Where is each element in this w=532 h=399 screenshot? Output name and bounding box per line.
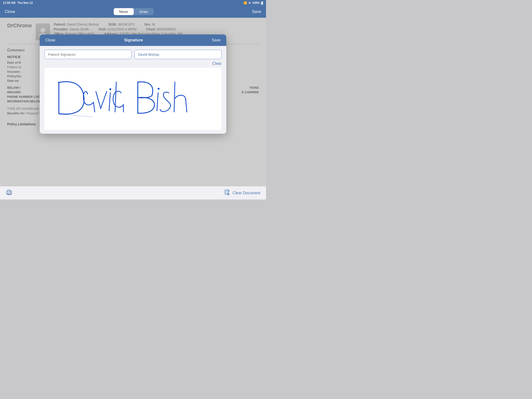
status-right: 📶 ➤ 100% ▓	[244, 1, 263, 5]
modal-header: Close Signature Save	[40, 34, 226, 46]
tab-draw[interactable]: Draw	[134, 8, 154, 15]
status-bar: 11:55 AM Thu Nov 12 📶 ➤ 100% ▓	[0, 0, 266, 6]
clear-document-label: Clear Document	[233, 191, 260, 195]
wifi-icon: 📶	[244, 1, 247, 5]
modal-clear-button[interactable]: Clear	[212, 62, 222, 66]
main-content: DrChrono Patient: David (Demo) Bishop DO…	[0, 18, 266, 186]
svg-point-6	[10, 192, 11, 192]
status-left: 11:55 AM Thu Nov 12	[3, 1, 33, 5]
svg-point-3	[158, 88, 159, 90]
nav-bar: Close Move Draw Save	[0, 6, 266, 18]
modal-body: Clear	[40, 46, 226, 134]
clear-document-icon	[224, 189, 231, 197]
battery-icon: ▓	[261, 1, 263, 5]
battery-percent: 100%	[252, 1, 260, 5]
bottom-bar: Clear Document	[0, 186, 266, 200]
document-icon	[224, 189, 231, 196]
clear-document-area[interactable]: Clear Document	[224, 189, 260, 197]
modal-save-button[interactable]: Save	[212, 38, 221, 42]
signature-drawing	[44, 68, 222, 130]
signature-modal: Close Signature Save Clear	[40, 34, 226, 134]
modal-inputs	[44, 50, 222, 59]
location-icon: ➤	[248, 1, 251, 5]
nav-tabs: Move Draw	[114, 8, 154, 15]
modal-close-button[interactable]: Close	[45, 38, 55, 42]
tab-move[interactable]: Move	[114, 8, 134, 15]
modal-clear-row: Clear	[44, 62, 222, 66]
modal-overlay: Close Signature Save Clear	[0, 18, 266, 186]
nav-save-button[interactable]: Save	[252, 9, 261, 14]
nav-close-button[interactable]: Close	[5, 9, 15, 14]
signature-name-input[interactable]	[134, 50, 222, 59]
print-button[interactable]	[6, 189, 13, 197]
status-time: 11:55 AM	[3, 1, 15, 5]
print-icon	[6, 189, 13, 196]
signature-canvas[interactable]	[44, 68, 222, 130]
svg-point-2	[109, 88, 111, 90]
patient-signature-input[interactable]	[44, 50, 132, 59]
modal-title: Signature	[124, 38, 143, 43]
status-date: Thu Nov 12	[17, 1, 33, 5]
